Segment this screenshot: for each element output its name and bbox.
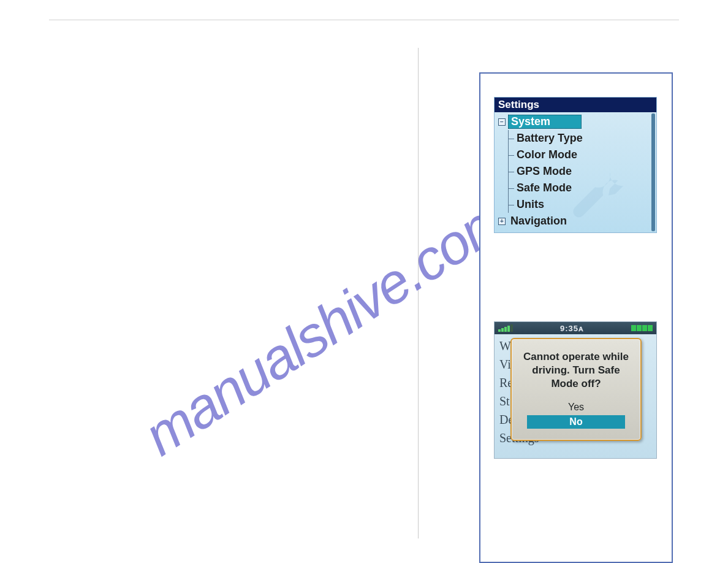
status-bar: 9:35ᴀ xyxy=(495,322,656,334)
tree-item-label: Safe Mode xyxy=(517,182,572,194)
tree-item-label: GPS Mode xyxy=(517,165,572,178)
tree-item-label: Color Mode xyxy=(517,148,577,161)
clock: 9:35ᴀ xyxy=(560,324,584,333)
column-divider xyxy=(418,48,419,538)
settings-screenshot: Settings − System Battery Type Color Mod… xyxy=(494,97,657,233)
collapse-icon[interactable]: − xyxy=(498,118,506,126)
battery-icon xyxy=(631,325,653,331)
expand-icon[interactable]: + xyxy=(498,218,506,225)
tree-item-label: System xyxy=(508,115,582,129)
dialog-message: Cannot operate while driving. Turn Safe … xyxy=(519,350,633,391)
tree-item-label: Navigation xyxy=(508,215,567,228)
watermark-text: manualshive.com xyxy=(133,185,520,469)
modal-dialog: Cannot operate while driving. Turn Safe … xyxy=(510,338,642,441)
horizontal-rule xyxy=(49,20,679,20)
scrollbar[interactable] xyxy=(651,113,655,231)
signal-icon xyxy=(498,324,513,332)
tree-item-safe-mode[interactable]: Safe Mode xyxy=(498,180,656,196)
safe-mode-dialog-screenshot: 9:35ᴀ W Vi Re St De Settings Cannot oper… xyxy=(494,321,657,459)
tree-item-navigation[interactable]: + Navigation xyxy=(498,213,656,229)
tree-item-color-mode[interactable]: Color Mode xyxy=(498,147,656,163)
yes-button[interactable]: Yes xyxy=(519,402,633,413)
tree-item-units[interactable]: Units xyxy=(498,196,656,213)
tree-item-gps-mode[interactable]: GPS Mode xyxy=(498,163,656,180)
tree-item-system[interactable]: − System xyxy=(498,113,656,130)
tree-item-label: Units xyxy=(517,198,544,211)
tree-item-label: Battery Type xyxy=(517,132,583,145)
settings-title: Settings xyxy=(495,98,656,112)
dialog-options: Yes No xyxy=(519,402,633,429)
figure-sidebar: Settings − System Battery Type Color Mod… xyxy=(479,72,673,563)
tree-item-battery-type[interactable]: Battery Type xyxy=(498,130,656,147)
settings-tree: − System Battery Type Color Mode GPS Mod… xyxy=(495,112,656,232)
no-button[interactable]: No xyxy=(527,415,625,429)
